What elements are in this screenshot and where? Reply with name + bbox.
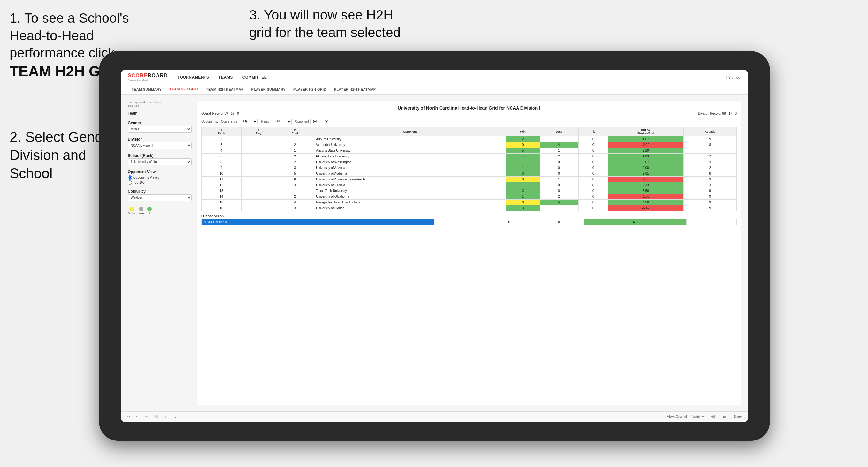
table-cell bbox=[242, 200, 276, 206]
tab-team-h2h-grid[interactable]: TEAM H2H GRID bbox=[165, 84, 202, 94]
h2h-table: #Rank #Reg #Conf Opponent Win Loss Tie D… bbox=[201, 127, 737, 211]
share-btn[interactable]: Share bbox=[731, 414, 744, 419]
radio-top100[interactable]: Top 100 bbox=[128, 181, 192, 185]
table-row: 62Florida State University4201.8312 bbox=[202, 154, 737, 159]
table-cell: 1 bbox=[276, 148, 314, 154]
table-cell: 0 bbox=[506, 142, 539, 148]
table-cell: University of Arizona bbox=[314, 165, 506, 171]
out-div-diff: 26.00 bbox=[584, 219, 686, 225]
table-cell: 15 bbox=[202, 200, 242, 206]
region-select[interactable]: (All) bbox=[273, 119, 292, 124]
table-cell: Georgia Institute of Technology bbox=[314, 200, 506, 206]
table-row: 154Georgia Institute of Technology0504.5… bbox=[202, 200, 737, 206]
table-cell: 13 bbox=[202, 188, 242, 194]
radio-opponents-played-input[interactable] bbox=[128, 175, 132, 180]
table-cell: 0 bbox=[539, 182, 579, 188]
out-div-win: 1 bbox=[434, 219, 484, 225]
table-cell: University of Florida bbox=[314, 206, 506, 211]
table-cell: 6 bbox=[276, 177, 314, 182]
toolbar-timer[interactable]: ⏱ bbox=[172, 414, 179, 419]
table-cell: 3 bbox=[506, 206, 539, 211]
out-div-loss: 0 bbox=[484, 219, 534, 225]
table-cell: 9 bbox=[683, 194, 736, 200]
nav-teams[interactable]: TEAMS bbox=[219, 75, 233, 80]
table-cell: 2.33 bbox=[608, 182, 683, 188]
table-row: 41Arizona State University5102.29 bbox=[202, 148, 737, 154]
nav-tournaments[interactable]: TOURNAMENTS bbox=[178, 75, 209, 80]
table-cell: 4 bbox=[539, 142, 579, 148]
grid-btn[interactable]: ⊞ bbox=[721, 414, 727, 419]
radio-opponents-played[interactable]: Opponents Played bbox=[128, 175, 192, 180]
legend-level-label: Level bbox=[138, 212, 145, 215]
table-cell: 1 bbox=[539, 206, 579, 211]
table-row: 82University of Washington1003.673 bbox=[202, 159, 737, 165]
table-cell: 3 bbox=[276, 165, 314, 171]
table-cell: 2 bbox=[276, 142, 314, 148]
comment-btn[interactable]: 💬 bbox=[710, 414, 717, 419]
table-cell: 0 bbox=[579, 177, 608, 182]
sign-out-link[interactable]: | Sign out bbox=[726, 75, 741, 79]
toolbar-back[interactable]: ⬅ bbox=[143, 414, 150, 419]
radio-top100-input[interactable] bbox=[128, 181, 132, 185]
tablet-screen: SCOREBOARD Powered by clippi TOURNAMENTS… bbox=[121, 70, 748, 422]
table-cell: 12 bbox=[202, 182, 242, 188]
logo: SCOREBOARD Powered by clippi bbox=[128, 73, 168, 82]
division-record: Division Record: 88 - 17 - 0 bbox=[698, 112, 737, 115]
table-cell: 5.56 bbox=[608, 188, 683, 194]
tab-team-summary[interactable]: TEAM SUMMARY bbox=[128, 84, 165, 94]
left-panel: Last Updated: 27/03/202416:55:38 Team Ge… bbox=[128, 101, 192, 405]
table-cell: Texas Tech University bbox=[314, 188, 506, 194]
table-cell bbox=[242, 159, 276, 165]
table-cell: 8 bbox=[202, 159, 242, 165]
conference-select[interactable]: (All) bbox=[239, 119, 258, 124]
table-cell: 5 bbox=[276, 171, 314, 177]
table-cell: 1 bbox=[506, 194, 539, 200]
table-cell: 2.29 bbox=[608, 148, 683, 154]
col-opponent: Opponent bbox=[314, 127, 506, 136]
table-cell: 0 bbox=[579, 136, 608, 142]
table-cell: 1.67 bbox=[608, 136, 683, 142]
colour-by-label: Colour by bbox=[128, 189, 192, 193]
conference-label: Conference bbox=[221, 120, 238, 123]
table-cell: 5 bbox=[539, 200, 579, 206]
team-section: Team bbox=[128, 111, 192, 116]
col-loss: Loss bbox=[539, 127, 579, 136]
tab-player-h2h-grid[interactable]: PLAYER H2H GRID bbox=[289, 84, 330, 94]
table-cell bbox=[242, 165, 276, 171]
tab-player-h2h-heatmap[interactable]: PLAYER H2H HEATMAP bbox=[330, 84, 380, 94]
table-cell: 0 bbox=[579, 142, 608, 148]
toolbar-crop[interactable]: ⬜ bbox=[152, 414, 160, 419]
table-cell: 0 bbox=[579, 206, 608, 211]
gender-select[interactable]: Men's bbox=[128, 126, 192, 132]
legend-up-dot bbox=[147, 207, 152, 211]
division-select[interactable]: NCAA Division I bbox=[128, 142, 192, 149]
opponent-label: Opponent bbox=[295, 120, 309, 123]
main-content: Last Updated: 27/03/202416:55:38 Team Ge… bbox=[121, 95, 748, 411]
school-label: School (Rank) bbox=[128, 153, 192, 158]
tab-team-h2h-heatmap[interactable]: TEAM H2H HEATMAP bbox=[202, 84, 248, 94]
radio-group: Opponents Played Top 100 bbox=[128, 175, 192, 185]
table-cell: 8 bbox=[683, 171, 736, 177]
overall-record: Overall Record: 89 - 17 - 0 bbox=[201, 112, 239, 115]
table-cell: 0 bbox=[539, 171, 579, 177]
tab-player-summary[interactable]: PLAYER SUMMARY bbox=[248, 84, 289, 94]
legend-down-label: Down bbox=[128, 212, 135, 215]
toolbar-redo[interactable]: ↪ bbox=[134, 414, 141, 419]
view-label: View: Original bbox=[667, 415, 687, 418]
table-row: 93University of Arizona1009.002 bbox=[202, 165, 737, 171]
watch-btn[interactable]: Watch ▾ bbox=[691, 414, 706, 419]
table-cell: 3 bbox=[506, 171, 539, 177]
table-cell: 2 bbox=[683, 165, 736, 171]
school-select[interactable]: 1. University of Nort... bbox=[128, 158, 192, 165]
sub-nav: TEAM SUMMARY TEAM H2H GRID TEAM H2H HEAT… bbox=[121, 84, 748, 95]
nav-committee[interactable]: COMMITTEE bbox=[243, 75, 267, 80]
opponent-select[interactable]: (All) bbox=[310, 119, 329, 124]
table-cell: 1 bbox=[276, 188, 314, 194]
table-cell: 1 bbox=[506, 165, 539, 171]
toolbar-add[interactable]: ＋ bbox=[162, 414, 169, 420]
table-cell: 0 bbox=[579, 148, 608, 154]
col-conf: #Conf bbox=[276, 127, 314, 136]
colour-by-select[interactable]: Win/loss bbox=[128, 194, 192, 201]
division-section: Division NCAA Division I bbox=[128, 137, 192, 149]
toolbar-undo[interactable]: ↩ bbox=[125, 414, 132, 419]
